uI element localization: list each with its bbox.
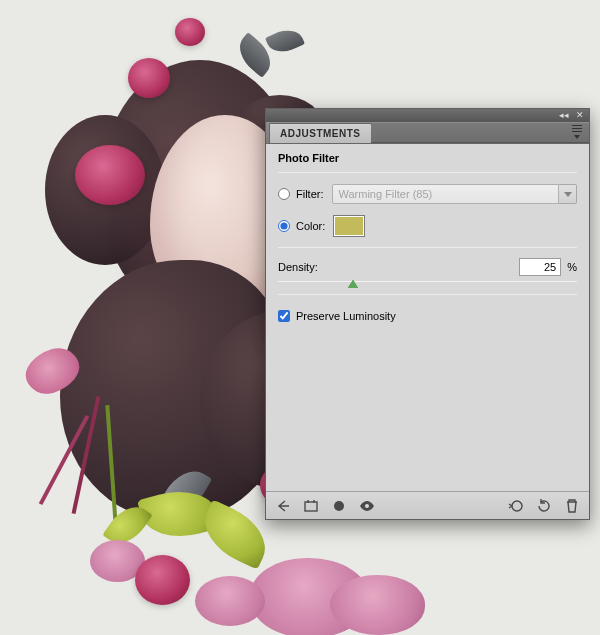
divider <box>278 247 577 248</box>
filter-select[interactable]: Warming Filter (85) <box>332 184 578 204</box>
color-row: Color: <box>278 215 577 237</box>
slider-track-line <box>278 281 577 282</box>
slider-thumb[interactable] <box>348 280 358 288</box>
chevron-down-icon <box>564 192 572 197</box>
panel-footer <box>266 491 589 519</box>
filter-radio-label[interactable]: Filter: <box>278 188 324 200</box>
density-percent-symbol: % <box>567 261 577 273</box>
filter-radio[interactable] <box>278 188 290 200</box>
density-label: Density: <box>278 261 318 273</box>
tab-adjustments[interactable]: ADJUSTMENTS <box>269 123 372 143</box>
svg-rect-0 <box>305 502 317 511</box>
color-swatch[interactable] <box>333 215 365 237</box>
density-input[interactable] <box>519 258 561 276</box>
close-icon[interactable]: ✕ <box>575 112 585 120</box>
tab-strip-spacer <box>371 123 589 143</box>
back-arrow-icon[interactable] <box>274 497 292 515</box>
divider <box>278 172 577 173</box>
collapse-icon[interactable]: ◂◂ <box>559 112 569 120</box>
panel-titlebar[interactable]: ◂◂ ✕ <box>266 109 589 122</box>
previous-state-icon[interactable] <box>507 497 525 515</box>
filter-select-value: Warming Filter (85) <box>332 184 560 204</box>
clip-to-layer-icon[interactable] <box>330 497 348 515</box>
divider <box>278 294 577 295</box>
tab-label: ADJUSTMENTS <box>280 128 361 139</box>
svg-point-3 <box>512 501 522 511</box>
svg-point-2 <box>365 504 369 508</box>
expand-view-icon[interactable] <box>302 497 320 515</box>
adjustments-panel: ◂◂ ✕ ADJUSTMENTS Photo Filter Filter: Wa… <box>265 108 590 520</box>
adjustment-title: Photo Filter <box>278 152 577 164</box>
color-label-text: Color: <box>296 220 325 232</box>
reset-icon[interactable] <box>535 497 553 515</box>
preserve-luminosity-label[interactable]: Preserve Luminosity <box>278 310 396 322</box>
panel-body-spacer <box>278 337 577 487</box>
panel-body: Photo Filter Filter: Warming Filter (85)… <box>266 144 589 491</box>
preserve-luminosity-row: Preserve Luminosity <box>278 305 577 327</box>
visibility-eye-icon[interactable] <box>358 497 376 515</box>
trash-icon[interactable] <box>563 497 581 515</box>
preserve-luminosity-text: Preserve Luminosity <box>296 310 396 322</box>
color-radio[interactable] <box>278 220 290 232</box>
filter-label-text: Filter: <box>296 188 324 200</box>
density-slider[interactable] <box>278 278 577 292</box>
color-radio-label[interactable]: Color: <box>278 220 325 232</box>
filter-select-dropdown-button[interactable] <box>559 184 577 204</box>
density-row: Density: % <box>278 258 577 292</box>
svg-point-1 <box>334 501 344 511</box>
panel-tab-strip: ADJUSTMENTS <box>266 122 589 144</box>
panel-menu-icon[interactable] <box>569 125 585 139</box>
preserve-luminosity-checkbox[interactable] <box>278 310 290 322</box>
filter-row: Filter: Warming Filter (85) <box>278 183 577 205</box>
